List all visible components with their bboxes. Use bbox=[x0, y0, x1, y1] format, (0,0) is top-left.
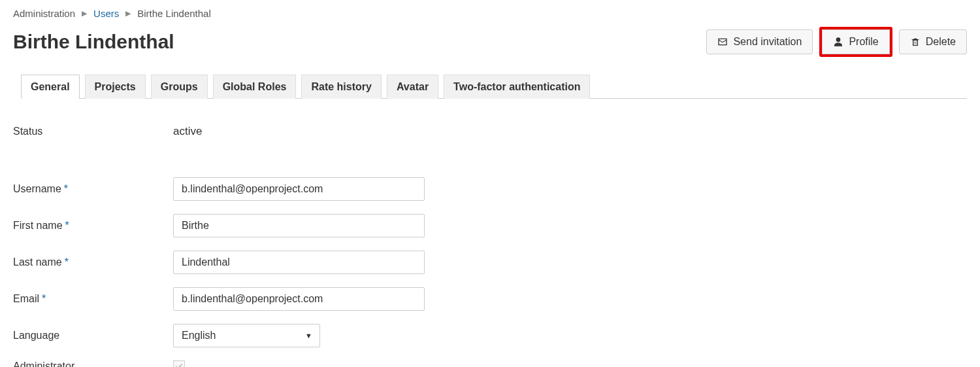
tabs: General Projects Groups Global Roles Rat… bbox=[21, 74, 967, 99]
delete-button[interactable]: Delete bbox=[899, 29, 967, 54]
tab-avatar[interactable]: Avatar bbox=[387, 75, 438, 99]
tab-groups[interactable]: Groups bbox=[151, 75, 208, 99]
breadcrumb-current: Birthe Lindenthal bbox=[137, 8, 211, 19]
required-indicator: * bbox=[65, 256, 69, 268]
username-input[interactable] bbox=[173, 177, 425, 201]
send-invitation-button[interactable]: Send invitation bbox=[706, 29, 813, 54]
firstname-input[interactable] bbox=[173, 214, 425, 237]
username-label: Username* bbox=[13, 183, 173, 195]
send-invitation-label: Send invitation bbox=[733, 36, 802, 48]
firstname-row: First name* bbox=[13, 214, 967, 237]
status-row: Status active bbox=[13, 125, 967, 138]
page-title: Birthe Lindenthal bbox=[13, 31, 174, 53]
chevron-right-icon: ▶ bbox=[82, 9, 87, 18]
breadcrumb-root: Administration bbox=[13, 8, 75, 19]
tab-projects[interactable]: Projects bbox=[85, 75, 146, 99]
header-actions: Send invitation Profile Delete bbox=[706, 27, 967, 57]
tab-general[interactable]: General bbox=[21, 75, 80, 99]
delete-label: Delete bbox=[926, 36, 956, 48]
tab-two-factor[interactable]: Two-factor authentication bbox=[444, 75, 590, 99]
mail-icon bbox=[717, 37, 728, 47]
breadcrumb: Administration ▶ Users ▶ Birthe Lindenth… bbox=[13, 8, 967, 19]
lastname-row: Last name* bbox=[13, 251, 967, 274]
status-value: active bbox=[173, 125, 202, 138]
lastname-input[interactable] bbox=[173, 251, 425, 274]
username-row: Username* bbox=[13, 177, 967, 201]
language-label: Language bbox=[13, 330, 173, 341]
trash-icon bbox=[910, 37, 921, 47]
tab-global-roles[interactable]: Global Roles bbox=[213, 75, 297, 99]
user-icon bbox=[833, 37, 843, 47]
required-indicator: * bbox=[64, 183, 68, 194]
profile-button[interactable]: Profile bbox=[822, 29, 889, 54]
tab-rate-history[interactable]: Rate history bbox=[301, 75, 381, 99]
profile-label: Profile bbox=[849, 36, 878, 48]
email-input[interactable] bbox=[173, 287, 425, 311]
language-row: Language English bbox=[13, 324, 967, 347]
email-row: Email* bbox=[13, 287, 967, 311]
admin-checkbox[interactable] bbox=[173, 360, 185, 367]
profile-button-highlight: Profile bbox=[819, 27, 892, 57]
required-indicator: * bbox=[42, 293, 46, 304]
admin-row: Administrator bbox=[13, 360, 967, 367]
chevron-right-icon: ▶ bbox=[125, 9, 131, 18]
admin-label: Administrator bbox=[13, 360, 173, 367]
breadcrumb-users-link[interactable]: Users bbox=[93, 8, 119, 19]
firstname-label: First name* bbox=[13, 220, 173, 232]
status-label: Status bbox=[13, 126, 173, 137]
language-select[interactable]: English bbox=[173, 324, 320, 347]
page-header: Birthe Lindenthal Send invitation Profil… bbox=[13, 27, 967, 57]
email-label: Email* bbox=[13, 293, 173, 305]
lastname-label: Last name* bbox=[13, 256, 173, 268]
required-indicator: * bbox=[65, 220, 69, 231]
user-form: Status active Username* First name* Last… bbox=[13, 125, 967, 367]
